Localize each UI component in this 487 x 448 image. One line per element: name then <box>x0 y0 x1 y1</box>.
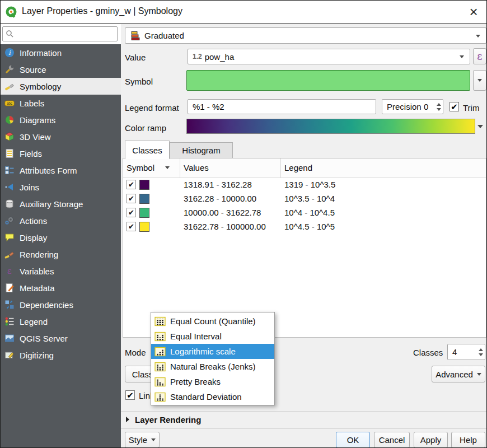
column-header-values[interactable]: Values <box>184 163 209 172</box>
sort-indicator-icon[interactable] <box>165 166 170 169</box>
variables-icon: ε <box>4 266 15 276</box>
color-ramp-dropdown-icon[interactable] <box>477 125 483 128</box>
menu-item-label: Pretty Breaks <box>170 377 221 386</box>
rendering-icon <box>4 249 15 259</box>
tab-histogram[interactable]: Histogram <box>170 142 233 158</box>
symbol-dropdown-button[interactable] <box>473 70 486 91</box>
expression-builder-button[interactable]: ε <box>473 48 486 64</box>
divider <box>121 411 487 412</box>
classes-spin-arrows[interactable] <box>479 344 483 360</box>
classes-spinbox[interactable]: 4 <box>447 344 485 360</box>
sidebar-item-attributes-form[interactable]: Attributes Form <box>1 162 121 179</box>
class-values[interactable]: 3162.28 - 10000.00 <box>184 194 256 203</box>
close-icon[interactable]: × <box>464 3 483 20</box>
precision-spinbox[interactable]: Precision 0 <box>382 99 443 114</box>
class-values[interactable]: 1318.91 - 3162.28 <box>184 180 252 189</box>
class-color-swatch[interactable] <box>139 208 149 218</box>
symbol-preview[interactable] <box>186 70 470 91</box>
table-row[interactable]: ✔31622.78 - 100000.0010^4.5 - 10^5 <box>123 220 486 234</box>
dependencies-icon <box>4 300 15 310</box>
row-checkbox[interactable]: ✔ <box>127 222 136 231</box>
class-legend[interactable]: 10^4 - 10^4.5 <box>284 208 335 217</box>
advanced-button[interactable]: Advanced <box>432 366 485 382</box>
legend-format-input[interactable] <box>188 99 376 114</box>
source-icon <box>4 64 15 74</box>
sidebar-item-variables[interactable]: εVariables <box>1 263 121 279</box>
menu-item-natural-breaks-jenks[interactable]: Natural Breaks (Jenks) <box>151 359 274 374</box>
class-legend[interactable]: 10^4.5 - 10^5 <box>284 222 335 231</box>
style-button[interactable]: Style <box>125 432 160 448</box>
column-header-legend[interactable]: Legend <box>284 163 312 172</box>
sidebar-item-labels[interactable]: abcLabels <box>1 95 121 111</box>
row-checkbox[interactable]: ✔ <box>127 180 136 189</box>
menu-item-equal-count-quantile[interactable]: Equal Count (Quantile) <box>151 314 274 329</box>
sidebar-item-label: Variables <box>20 267 54 276</box>
spin-down-icon[interactable] <box>479 353 483 356</box>
class-legend[interactable]: 10^3.5 - 10^4 <box>284 194 335 203</box>
mode-label: Mode <box>125 348 146 357</box>
sidebar-item-auxiliary-storage[interactable]: Auxiliary Storage <box>1 195 121 212</box>
decimal-field-icon: 1.2 <box>193 53 202 60</box>
sidebar-item-qgis-server[interactable]: QGIS Server <box>1 330 121 347</box>
trim-checkbox[interactable]: ✔ <box>449 102 459 111</box>
sidebar-item-rendering[interactable]: Rendering <box>1 246 121 263</box>
symbology-icon <box>4 81 15 91</box>
precision-spin-arrows[interactable] <box>437 100 441 114</box>
menu-item-pretty-breaks[interactable]: Pretty Breaks <box>151 374 274 389</box>
sidebar-item-3d-view[interactable]: 3D View <box>1 128 121 145</box>
class-color-swatch[interactable] <box>139 194 149 204</box>
color-ramp-bar[interactable] <box>186 119 475 134</box>
class-color-swatch[interactable] <box>139 222 149 232</box>
table-row[interactable]: ✔3162.28 - 10000.0010^3.5 - 10^4 <box>123 192 486 206</box>
menu-item-logarithmic-scale[interactable]: Logarithmic scale <box>151 344 274 359</box>
sidebar-item-metadata[interactable]: Metadata <box>1 279 121 296</box>
sidebar-item-label: Legend <box>20 317 48 326</box>
table-row[interactable]: ✔1318.91 - 3162.281319 - 10^3.5 <box>123 178 486 192</box>
value-label: Value <box>125 53 146 62</box>
chevron-down-icon <box>460 55 464 58</box>
cancel-button[interactable]: Cancel <box>374 432 410 448</box>
sidebar-item-label: Digitizing <box>20 351 54 360</box>
sidebar-item-display[interactable]: Display <box>1 229 121 246</box>
table-row[interactable]: ✔10000.00 - 31622.7810^4 - 10^4.5 <box>123 206 486 220</box>
classes-value: 4 <box>452 347 457 357</box>
help-button[interactable]: Help <box>451 432 485 448</box>
ok-button[interactable]: OK <box>336 432 370 448</box>
spin-down-icon[interactable] <box>437 108 441 111</box>
sidebar-item-fields[interactable]: Fields <box>1 145 121 162</box>
spin-up-icon[interactable] <box>479 348 483 351</box>
sidebar-item-dependencies[interactable]: Dependencies <box>1 296 121 313</box>
renderer-type-select[interactable]: Graduated <box>125 27 486 44</box>
sidebar-item-diagrams[interactable]: Diagrams <box>1 111 121 128</box>
column-header-symbol[interactable]: Symbol <box>127 163 154 172</box>
link-class-boundaries-checkbox[interactable]: ✔ <box>125 390 135 400</box>
class-legend[interactable]: 1319 - 10^3.5 <box>284 180 335 189</box>
sidebar-item-legend[interactable]: Legend <box>1 313 121 330</box>
sidebar-item-digitizing[interactable]: Digitizing <box>1 347 121 363</box>
spin-up-icon[interactable] <box>437 103 441 106</box>
tab-classes[interactable]: Classes <box>125 141 170 159</box>
menu-item-standard-deviation[interactable]: Standard Deviation <box>151 389 274 404</box>
sidebar-item-source[interactable]: Source <box>1 61 121 78</box>
layer-rendering-expander[interactable]: Layer Rendering <box>135 415 201 424</box>
trim-label: Trim <box>463 103 479 113</box>
expander-arrow-icon[interactable] <box>126 417 129 422</box>
3d-view-icon <box>4 132 15 142</box>
apply-button[interactable]: Apply <box>414 432 448 448</box>
histogram-equal-count-icon <box>154 316 166 326</box>
sidebar-item-label: Diagrams <box>20 115 55 125</box>
class-values[interactable]: 10000.00 - 31622.78 <box>184 208 261 217</box>
value-field-select[interactable]: 1.2 pow_ha <box>188 49 470 64</box>
precision-value: 0 <box>424 102 428 111</box>
row-checkbox[interactable]: ✔ <box>127 194 136 203</box>
histogram-pretty-breaks-icon <box>154 377 166 387</box>
sidebar-item-actions[interactable]: Actions <box>1 212 121 229</box>
class-color-swatch[interactable] <box>139 180 149 190</box>
sidebar-item-joins[interactable]: Joins <box>1 179 121 195</box>
row-checkbox[interactable]: ✔ <box>127 208 136 217</box>
menu-item-equal-interval[interactable]: Equal Interval <box>151 329 274 344</box>
sidebar-item-symbology[interactable]: Symbology <box>1 78 121 95</box>
sidebar-item-information[interactable]: iInformation <box>1 44 121 61</box>
class-values[interactable]: 31622.78 - 100000.00 <box>184 222 266 231</box>
search-input[interactable] <box>2 26 118 41</box>
